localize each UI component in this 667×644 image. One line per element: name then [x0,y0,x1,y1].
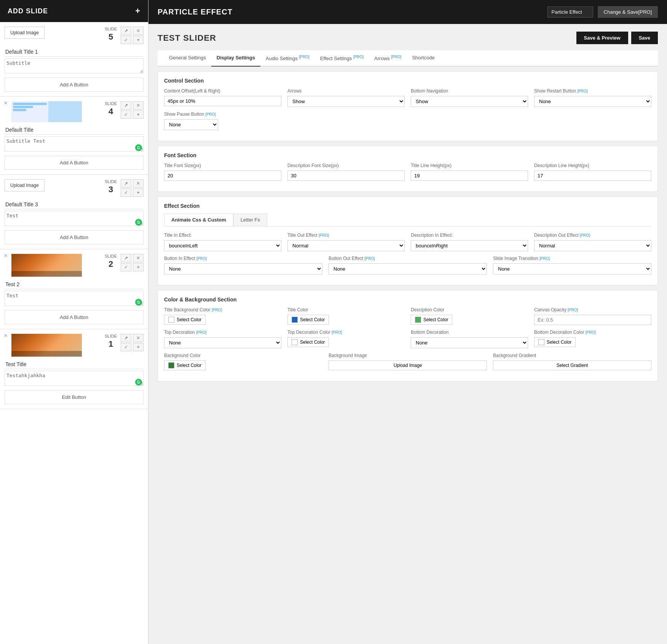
plus-button-4[interactable]: + [133,110,144,119]
expand-button-4[interactable]: ↗ [121,101,131,110]
check-button-2[interactable]: ✓ [121,263,131,271]
slide-num-area-2: SLIDE 2 [105,254,117,269]
slide-subtitle-5[interactable]: Subtitle [5,58,144,73]
title-out-select[interactable]: Normal [287,240,405,251]
slide-subtitle-1[interactable]: Testahkjahkha [5,371,144,386]
bottom-nav-label: Bottom Navigation [411,88,528,94]
slide-x-4[interactable]: ✕ [4,100,8,106]
desc-color-button[interactable]: Select Color [411,315,452,325]
slide-subtitle-2[interactable]: Test [5,291,144,306]
upload-image-button-5[interactable]: Upload Image [5,27,45,39]
bg-color-button[interactable]: Select Color [164,360,206,370]
btn-in-select[interactable]: None [164,263,322,274]
delete-button-1[interactable]: ✕ [133,334,144,342]
title-font-size-field: Title Font Size(px) [164,163,281,181]
slide-x-1[interactable]: ✕ [4,333,8,338]
tab-arrows[interactable]: Arrows [PRO] [369,50,407,67]
tab-audio-settings[interactable]: Audio Settings [PRO] [260,50,315,67]
add-button-2[interactable]: Add A Button [5,310,144,324]
slide-img-label: Slide Image Transition [PRO] [493,256,651,261]
change-save-button[interactable]: Change & Save[PRO] [598,6,658,18]
bottom-dec-select[interactable]: None [411,337,528,348]
slide-subtitle-4[interactable]: Subtitle Test [5,136,144,151]
title-color-field: Title Color Select Color [287,307,405,325]
slide-actions-2: ↗ ✕ ✓ + [121,254,144,271]
canvas-opacity-input[interactable] [534,315,651,325]
expand-button-2[interactable]: ↗ [121,254,131,262]
slide-title-input-2[interactable] [5,280,144,289]
effect-dropdown[interactable]: Particle Effect [547,6,593,18]
slide-title-input-5[interactable] [5,47,144,57]
arrows-select[interactable]: Show [287,96,405,107]
bg-image-upload-button[interactable]: Upload Image [329,360,487,370]
save-button[interactable]: Save [631,32,658,44]
title-font-size-label: Title Font Size(px) [164,163,281,168]
grammarly-icon-2: G [135,299,142,306]
expand-button-5[interactable]: ↗ [121,27,131,35]
delete-button-4[interactable]: ✕ [133,101,144,110]
title-color-button[interactable]: Select Color [287,315,329,325]
plus-button-2[interactable]: + [133,263,144,271]
check-button-3[interactable]: ✓ [121,188,131,197]
slide-title-input-4[interactable] [5,125,144,135]
title-font-size-input[interactable] [164,171,281,181]
bottom-dec-color-label: Bottom Decoration Color [PRO] [534,330,651,335]
add-button-4[interactable]: Add A Button [5,156,144,170]
content-offset-input[interactable] [164,96,281,106]
top-dec-select[interactable]: None [164,337,281,348]
show-pause-select[interactable]: None [164,119,218,130]
expand-button-1[interactable]: ↗ [121,334,131,342]
slide-subtitle-3[interactable]: Test [5,211,144,226]
bottom-dec-color-swatch [538,339,544,345]
bottom-nav-select[interactable]: Show [411,96,528,107]
title-in-select[interactable]: bounceInLeft [164,240,281,251]
effect-section-card: Effect Section Animate Css & Custom Lett… [158,196,658,285]
delete-button-5[interactable]: ✕ [133,27,144,35]
slide-thumb-4 [11,101,82,122]
slide-title-input-1[interactable] [5,360,144,369]
upload-image-button-3[interactable]: Upload Image [5,179,45,191]
font-section-title: Font Section [164,152,651,158]
tab-display-settings[interactable]: Display Settings [211,50,260,67]
right-header-title: PARTICLE EFFECT [158,8,233,16]
tab-shortcode[interactable]: Shortcode [407,50,440,67]
effect-tab-animate[interactable]: Animate Css & Custom [164,214,233,226]
save-preview-button[interactable]: Save & Preview [576,32,628,44]
slide-img-select[interactable]: None [493,263,651,274]
delete-button-3[interactable]: ✕ [133,179,144,188]
add-slide-plus-icon[interactable]: + [135,6,140,16]
desc-font-size-input[interactable] [287,171,405,181]
edit-button-1[interactable]: Edit Button [5,390,144,404]
btn-out-select[interactable]: None [329,263,487,274]
desc-in-select[interactable]: bounceInRight [411,240,528,251]
slide-title-input-3[interactable] [5,200,144,209]
tab-effect-settings[interactable]: Effect Settings [PRO] [315,50,369,67]
slide-actions-1: ↗ ✕ ✓ + [121,334,144,351]
check-button-1[interactable]: ✓ [121,343,131,351]
slide-x-2[interactable]: ✕ [4,253,8,258]
top-dec-color-button[interactable]: Select Color [287,337,329,347]
plus-button-5[interactable]: + [133,36,144,44]
right-header: PARTICLE EFFECT Particle Effect Change &… [148,0,667,24]
color-section-card: Color & Background Section Title Backgro… [158,290,658,381]
plus-button-1[interactable]: + [133,343,144,351]
check-button-5[interactable]: ✓ [121,36,131,44]
bottom-dec-color-button[interactable]: Select Color [534,337,576,347]
add-button-5[interactable]: Add A Button [5,78,144,92]
tab-general-settings[interactable]: General Settings [164,50,211,67]
bg-gradient-button[interactable]: Select Gradient [493,360,651,370]
desc-out-label: Description Out Effect [PRO] [534,233,651,238]
plus-button-3[interactable]: + [133,188,144,197]
title-bg-color-label-text: Select Color [177,317,201,322]
desc-out-select[interactable]: Normal [534,240,651,251]
title-bg-color-button[interactable]: Select Color [164,315,206,325]
check-button-4[interactable]: ✓ [121,110,131,119]
effect-tab-letter[interactable]: Letter Fx [233,214,267,226]
delete-button-2[interactable]: ✕ [133,254,144,262]
expand-button-3[interactable]: ↗ [121,179,131,188]
bg-gradient-field: Background Gradient Select Gradient [493,353,651,370]
title-line-height-input[interactable] [411,171,528,181]
show-restart-select[interactable]: None [534,96,651,107]
add-button-3[interactable]: Add A Button [5,230,144,244]
desc-line-height-input[interactable] [534,171,651,181]
